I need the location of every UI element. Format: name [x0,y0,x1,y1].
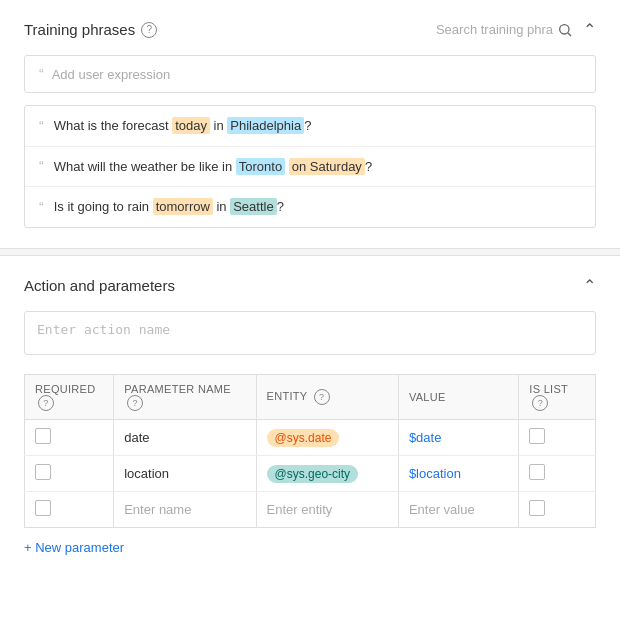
required-help-icon[interactable]: ? [38,395,54,411]
action-name-input[interactable] [24,311,596,355]
required-checkbox[interactable] [35,464,51,480]
enter-value-placeholder: Enter value [409,502,475,517]
param-name-help-icon[interactable]: ? [127,395,143,411]
param-name-cell[interactable]: date [114,419,256,455]
required-checkbox[interactable] [35,428,51,444]
phrases-container: “ What is the forecast today in Philadel… [24,105,596,228]
islist-checkbox-date[interactable] [529,428,545,444]
phrase-row[interactable]: “ What will the weather be like in Toron… [25,147,595,188]
phrase-text: Is it going to rain tomorrow in Seattle? [54,197,284,217]
highlight-tomorrow: tomorrow [153,198,213,215]
value-cell[interactable]: Enter value [398,491,518,527]
quote-icon: “ [39,118,44,134]
action-parameters-section: Action and parameters ⌃ REQUIRED ? PARAM… [0,256,620,575]
action-parameters-header: Action and parameters ⌃ [24,276,596,295]
islist-checkbox-location[interactable] [529,464,545,480]
highlight-philadelphia: Philadelphia [227,117,304,134]
add-expression-placeholder: Add user expression [52,67,171,82]
entity-help-icon[interactable]: ? [314,389,330,405]
training-phrases-help-icon[interactable]: ? [141,22,157,38]
table-header-row: REQUIRED ? PARAMETER NAME ? ENTITY ? VAL… [25,374,596,419]
islist-checkbox-empty[interactable] [529,500,545,516]
new-parameter-link[interactable]: + New parameter [24,540,124,555]
required-cell [25,419,114,455]
param-name-cell[interactable]: location [114,455,256,491]
table-row: location @sys.geo-city $location [25,455,596,491]
entity-label: ENTITY [267,390,308,402]
action-parameters-title: Action and parameters [24,277,175,294]
param-name-cell[interactable]: Enter name [114,491,256,527]
value-date: $date [409,430,442,445]
parameters-table: REQUIRED ? PARAMETER NAME ? ENTITY ? VAL… [24,374,596,528]
highlight-on-saturday: on Saturday [289,158,365,175]
quote-icon: “ [39,66,44,82]
add-expression-box[interactable]: “ Add user expression [24,55,596,93]
islist-label: IS LIST [529,383,568,395]
islist-help-icon[interactable]: ? [532,395,548,411]
col-header-entity: ENTITY ? [256,374,398,419]
required-cell [25,455,114,491]
phrase-text: What will the weather be like in Toronto… [54,157,372,177]
search-box[interactable]: Search training phra [436,22,573,38]
value-cell[interactable]: $date [398,419,518,455]
collapse-chevron-icon[interactable]: ⌃ [583,20,596,39]
value-label: VALUE [409,391,446,403]
islist-cell [519,455,596,491]
entity-badge-location: @sys.geo-city [267,465,359,483]
svg-line-1 [568,33,571,36]
title-text: Training phrases [24,21,135,38]
phrase-text: What is the forecast today in Philadelph… [54,116,312,136]
value-location: $location [409,466,461,481]
training-phrases-header: Training phrases ? Search training phra … [24,20,596,39]
entity-cell[interactable]: @sys.date [256,419,398,455]
quote-icon: “ [39,158,44,174]
islist-cell [519,491,596,527]
table-row: date @sys.date $date [25,419,596,455]
search-placeholder: Search training phra [436,22,553,37]
enter-name-placeholder: Enter name [124,502,191,517]
title-text: Action and parameters [24,277,175,294]
training-phrases-title: Training phrases ? [24,21,157,38]
islist-cell [519,419,596,455]
col-header-param-name: PARAMETER NAME ? [114,374,256,419]
param-name-label: PARAMETER NAME [124,383,231,395]
col-header-islist: IS LIST ? [519,374,596,419]
required-label: REQUIRED [35,383,95,395]
phrase-row[interactable]: “ Is it going to rain tomorrow in Seattl… [25,187,595,227]
section-divider [0,248,620,256]
collapse-chevron-icon[interactable]: ⌃ [583,276,596,295]
col-header-value: VALUE [398,374,518,419]
new-parameter-label: + New parameter [24,540,124,555]
phrase-row[interactable]: “ What is the forecast today in Philadel… [25,106,595,147]
search-icon[interactable] [557,22,573,38]
required-cell [25,491,114,527]
entity-cell[interactable]: Enter entity [256,491,398,527]
entity-cell[interactable]: @sys.geo-city [256,455,398,491]
training-phrases-section: Training phrases ? Search training phra … [0,0,620,248]
quote-icon: “ [39,199,44,215]
highlight-toronto: Toronto [236,158,285,175]
table-row: Enter name Enter entity Enter value [25,491,596,527]
svg-point-0 [560,24,569,33]
header-actions: Search training phra ⌃ [436,20,596,39]
value-cell[interactable]: $location [398,455,518,491]
highlight-today: today [172,117,210,134]
col-header-required: REQUIRED ? [25,374,114,419]
entity-badge-date: @sys.date [267,429,340,447]
enter-entity-placeholder: Enter entity [267,502,333,517]
required-checkbox[interactable] [35,500,51,516]
highlight-seattle: Seattle [230,198,276,215]
